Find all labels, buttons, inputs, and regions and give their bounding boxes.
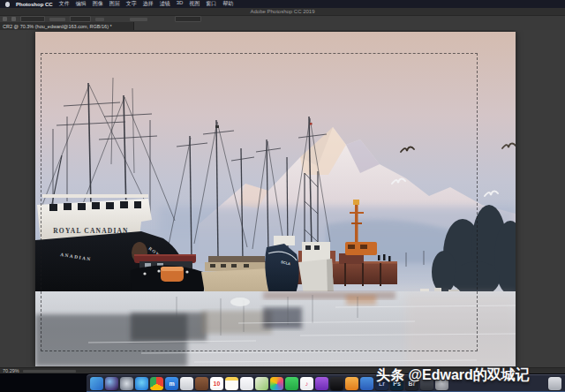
dock-icon-appstore-orange[interactable] bbox=[345, 377, 358, 390]
menu-item-filter[interactable]: 滤镜 bbox=[160, 0, 170, 8]
dock-icon-books-green[interactable] bbox=[285, 377, 298, 390]
option-field-1[interactable] bbox=[20, 16, 45, 22]
dock-icon-tv[interactable] bbox=[330, 377, 343, 390]
dock-icon-calendar[interactable]: 10 bbox=[210, 377, 223, 390]
dock-icon-mail[interactable]: m bbox=[165, 377, 178, 390]
menu-item-view[interactable]: 视图 bbox=[189, 0, 200, 8]
dock-icon-notes[interactable] bbox=[225, 377, 238, 390]
option-control-2[interactable] bbox=[95, 18, 104, 21]
canvas-pasteboard[interactable]: ROYAL CANADIAN ANADIAN ROYAL CANAD bbox=[0, 30, 565, 367]
window-title: Adobe Photoshop CC 2019 bbox=[250, 9, 314, 14]
menu-item-window[interactable]: 窗口 bbox=[206, 0, 216, 8]
menu-item-edit[interactable]: 编辑 bbox=[76, 0, 87, 8]
document-tab-label: CR2 @ 70.3% (hou_edward@163.com, RGB/16)… bbox=[3, 24, 112, 29]
apple-logo-icon[interactable] bbox=[5, 2, 10, 7]
menu-item-type[interactable]: 文字 bbox=[126, 0, 137, 8]
document-tab[interactable]: CR2 @ 70.3% (hou_edward@163.com, RGB/16)… bbox=[0, 22, 134, 30]
menubar-app-name[interactable]: Photoshop CC bbox=[16, 2, 53, 7]
dock-icon-podcasts[interactable] bbox=[315, 377, 328, 390]
dock-icon-bluetooth-blue[interactable] bbox=[360, 377, 373, 390]
menu-item-select[interactable]: 选择 bbox=[143, 0, 154, 8]
dock-icon-launchpad[interactable] bbox=[120, 377, 133, 390]
tool-preset-icon[interactable] bbox=[3, 17, 7, 21]
menubar-items: 文件编辑图像图层文字选择滤镜3D视图窗口帮助 bbox=[59, 0, 234, 8]
dock-icon-trash[interactable] bbox=[548, 377, 561, 390]
dock-icon-finder[interactable] bbox=[90, 377, 103, 390]
option-field-3[interactable] bbox=[175, 16, 201, 22]
menu-item-layer[interactable]: 图层 bbox=[109, 0, 120, 8]
dock-icon-safari[interactable] bbox=[135, 377, 148, 390]
menu-item-help[interactable]: 帮助 bbox=[222, 0, 233, 8]
selection-marquee bbox=[41, 53, 478, 351]
macos-menubar: Photoshop CC 文件编辑图像图层文字选择滤镜3D视图窗口帮助 bbox=[0, 0, 565, 8]
option-control-1[interactable] bbox=[49, 18, 65, 21]
dock-icon-chrome[interactable] bbox=[150, 377, 163, 390]
dock-icon-preview[interactable] bbox=[180, 377, 193, 390]
dock-icon-label: ♪ bbox=[305, 381, 309, 387]
option-control-3[interactable] bbox=[130, 18, 147, 21]
dock-icon-contacts[interactable] bbox=[195, 377, 208, 390]
menu-item-image[interactable]: 图像 bbox=[93, 0, 103, 8]
dock-icon-photos[interactable] bbox=[270, 377, 283, 390]
document-tabbar: CR2 @ 70.3% (hou_edward@163.com, RGB/16)… bbox=[0, 22, 565, 30]
watermark-text: 头条 @Edward的双城记 bbox=[376, 366, 530, 385]
dock-icon-siri[interactable] bbox=[105, 377, 118, 390]
selection-mode-icon[interactable] bbox=[11, 17, 16, 21]
document-info bbox=[23, 370, 76, 373]
dock-icon-maps[interactable] bbox=[255, 377, 268, 390]
dock-icon-music[interactable]: ♪ bbox=[300, 377, 313, 390]
tool-options-bar bbox=[0, 15, 565, 22]
menu-item-3d[interactable]: 3D bbox=[177, 0, 184, 8]
dock-icon-label: 10 bbox=[214, 381, 221, 387]
photoshop-titlebar: Adobe Photoshop CC 2019 bbox=[0, 8, 565, 15]
dock-icon-label: m bbox=[169, 381, 174, 387]
dock-icon-reminders[interactable] bbox=[240, 377, 253, 390]
option-field-2[interactable] bbox=[70, 16, 91, 22]
menu-item-file[interactable]: 文件 bbox=[59, 0, 70, 8]
